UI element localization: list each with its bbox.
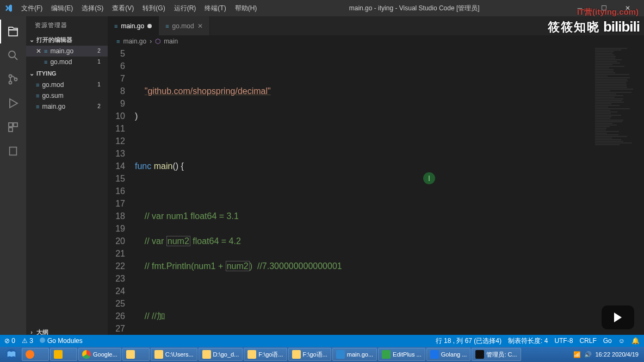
close-icon[interactable]: ✕ (197, 22, 203, 30)
menu-edit[interactable]: 编辑(E) (47, 2, 77, 15)
play-icon (602, 305, 634, 329)
bookmark-icon[interactable] (0, 139, 26, 163)
debug-icon[interactable] (0, 91, 26, 115)
svg-point-3 (15, 78, 17, 81)
project-header[interactable]: ⌄ITYING (26, 67, 108, 79)
scm-icon[interactable] (0, 67, 26, 91)
sidebar: 资源管理器 ⌄打开的编辑器 ✕ ≡main.go 2 ≡go.mod 1 ⌄IT… (26, 16, 108, 350)
system-tray[interactable]: 📶 🔊 16:22 2020/4/19 (573, 351, 642, 358)
taskbar-chrome[interactable]: Google... (78, 348, 121, 361)
window-title: main.go - itying - Visual Studio Code [管… (261, 4, 568, 13)
taskbar-vscode[interactable]: main.go... (332, 348, 377, 361)
status-bell-icon[interactable]: 🔔 (631, 337, 640, 345)
taskbar-firefox[interactable] (22, 348, 49, 361)
minimap[interactable] (592, 47, 644, 350)
svg-rect-4 (9, 123, 13, 127)
tray-sound-icon[interactable]: 🔊 (584, 351, 592, 358)
status-cursor-pos[interactable]: 行 18 , 列 67 (已选择4) (436, 336, 501, 346)
svg-point-0 (9, 51, 15, 58)
file-main-go[interactable]: ≡main.go2 (26, 101, 108, 112)
menu-bar: 文件(F) 编辑(E) 选择(S) 查看(V) 转到(G) 运行(R) 终端(T… (17, 2, 261, 15)
svg-rect-7 (10, 147, 17, 155)
status-feedback-icon[interactable]: ☺ (618, 337, 625, 345)
svg-rect-5 (14, 123, 17, 127)
search-icon[interactable] (0, 43, 26, 67)
tab-go-mod[interactable]: ≡go.mod✕ (159, 16, 209, 35)
menu-select[interactable]: 选择(S) (78, 2, 107, 15)
file-go-mod[interactable]: ≡go.mod1 (26, 79, 108, 90)
breadcrumb[interactable]: ≡main.go› ⬡main (108, 35, 644, 47)
open-editors-header[interactable]: ⌄打开的编辑器 (26, 34, 108, 46)
menu-terminal[interactable]: 终端(T) (201, 2, 230, 15)
vscode-logo-icon (4, 4, 13, 13)
windows-taskbar: Google... C:\Users... D:\go_d... F:\go语.… (0, 347, 644, 362)
status-bar: ⊘ 0 ⚠ 3 Go Modules 行 18 , 列 67 (已选择4) 制表… (0, 335, 644, 347)
status-modules[interactable]: Go Modules (40, 337, 83, 345)
open-editor-main-go[interactable]: ✕ ≡main.go 2 (26, 46, 108, 57)
taskbar-wps[interactable]: Golang ... (426, 348, 471, 361)
status-encoding[interactable]: UTF-8 (554, 337, 573, 345)
status-eol[interactable]: CRLF (579, 337, 596, 345)
tray-time[interactable]: 16:22 2020/4/19 (595, 351, 639, 358)
file-go-sum[interactable]: ≡go.sum (26, 90, 108, 101)
watermark-itying: IT营(itying.com) (577, 7, 639, 17)
explorer-icon[interactable] (0, 20, 26, 43)
status-language[interactable]: Go (603, 337, 612, 345)
status-warnings[interactable]: ⚠ 3 (22, 337, 33, 345)
svg-rect-6 (9, 128, 13, 132)
editor: ≡main.go ≡go.mod✕ ≡main.go› ⬡main 567891… (108, 16, 644, 350)
code-area[interactable]: 5678910111213141516171819202122232425262… (108, 47, 644, 350)
taskbar-folder5[interactable]: F:\go语... (288, 348, 331, 361)
dirty-indicator-icon (147, 24, 152, 28)
menu-file[interactable]: 文件(F) (17, 2, 46, 15)
text-cursor-icon: I (423, 172, 435, 184)
sidebar-title: 资源管理器 (26, 16, 108, 34)
start-button[interactable] (2, 348, 21, 361)
activity-bar (0, 16, 26, 350)
status-tabsize[interactable]: 制表符长度: 4 (508, 336, 548, 346)
menu-go[interactable]: 转到(G) (139, 2, 169, 15)
svg-point-1 (9, 75, 12, 78)
title-bar: 文件(F) 编辑(E) 选择(S) 查看(V) 转到(G) 运行(R) 终端(T… (0, 0, 644, 16)
taskbar-cmd[interactable]: 管理员: C... (472, 348, 521, 361)
menu-run[interactable]: 运行(R) (170, 2, 200, 15)
tab-main-go[interactable]: ≡main.go (108, 16, 159, 35)
taskbar-editplus[interactable]: EditPlus ... (378, 348, 425, 361)
watermark-bilibili: 筱筱知晓 bilibili (548, 18, 640, 35)
menu-view[interactable]: 查看(V) (108, 2, 138, 15)
extensions-icon[interactable] (0, 115, 26, 139)
gutter: 5678910111213141516171819202122232425262… (108, 47, 135, 350)
taskbar-app[interactable] (50, 348, 77, 361)
status-errors[interactable]: ⊘ 0 (4, 337, 15, 345)
taskbar-folder3[interactable]: D:\go_d... (199, 348, 243, 361)
svg-point-2 (9, 82, 12, 84)
taskbar-folder1[interactable] (122, 348, 150, 361)
tray-network-icon[interactable]: 📶 (573, 351, 581, 358)
code-lines[interactable]: "github.com/shopspring/decimal" ) func m… (135, 47, 644, 350)
taskbar-folder4[interactable]: F:\go语... (244, 348, 287, 361)
menu-help[interactable]: 帮助(H) (231, 2, 261, 15)
taskbar-folder2[interactable]: C:\Users... (151, 348, 197, 361)
open-editor-go-mod[interactable]: ≡go.mod 1 (26, 57, 108, 67)
